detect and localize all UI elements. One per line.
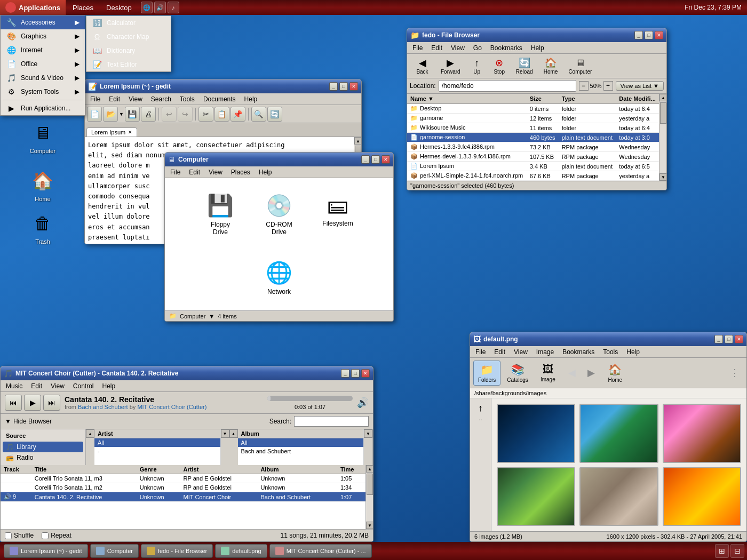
thumb-3[interactable] (663, 404, 741, 462)
computer-close[interactable]: ✕ (382, 155, 390, 164)
menu-item-graphics[interactable]: 🎨 Graphics ▶ (1, 29, 85, 43)
extra-btn[interactable]: ⋮ (726, 359, 743, 386)
submenu-dictionary[interactable]: 📖 Dictionary (86, 44, 171, 58)
taskbar-btn-filebrowser[interactable]: fedo - File Browser (141, 544, 213, 558)
file-name-cell[interactable]: 📦Hermes-devel-1.3.3-9.fc4.i386.rpm (407, 152, 527, 162)
gedit-replace-btn[interactable]: 🔄 (267, 107, 282, 122)
cdrom-icon-item[interactable]: 💿 CD-ROM Drive (258, 189, 300, 240)
thumb-5[interactable] (579, 467, 658, 526)
alb-scroll-up-btn[interactable]: ▲ (229, 429, 238, 438)
floppy-icon-item[interactable]: 💾 Floppy Drive (199, 189, 242, 240)
top-icon-3[interactable]: ♪ (168, 2, 179, 13)
file-name-cell[interactable]: 📁garnome (407, 114, 527, 123)
art-scroll-down-btn[interactable]: ▼ (221, 429, 229, 438)
menu-item-office[interactable]: 📄 Office ▶ (1, 57, 85, 71)
catalogs-btn[interactable]: 📚 Catalogs (503, 361, 532, 385)
gedit-open-arrow[interactable]: ▼ (119, 111, 124, 117)
fb-scroll-thumb[interactable] (660, 102, 666, 124)
player-menu-help[interactable]: Help (98, 380, 120, 392)
player-maximize[interactable]: □ (351, 369, 360, 378)
fb-forward-btn[interactable]: ▶ Forward (436, 56, 465, 76)
source-item-library[interactable]: 🎵 Library (3, 442, 83, 452)
network-icon-item[interactable]: 🌐 Network (258, 256, 300, 300)
comp-menu-file[interactable]: File (166, 166, 185, 178)
folders-btn[interactable]: 📁 Folders (473, 361, 500, 386)
submenu-calculator[interactable]: 🔢 Calculator (86, 16, 171, 30)
desktop-icon-home[interactable]: 🏠 Home (21, 165, 64, 205)
submenu-charmap[interactable]: Ω Character Map (86, 30, 171, 44)
gedit-redo-btn[interactable]: ↪ (178, 107, 193, 122)
viewer-close[interactable]: ✕ (735, 335, 743, 343)
computer-minimize[interactable]: _ (361, 155, 370, 164)
progress-bar[interactable] (267, 396, 353, 401)
fb-home-btn[interactable]: 🏠 Home (539, 56, 562, 76)
menu-item-sound-video[interactable]: 🎵 Sound & Video ▶ (1, 71, 85, 85)
fb-scroll-up[interactable]: ▲ (659, 94, 666, 101)
viewer-menu-view[interactable]: View (510, 346, 532, 358)
view-as-list-btn[interactable]: View as List ▼ (616, 81, 664, 91)
viewer-menu-tools[interactable]: Tools (599, 346, 622, 358)
album-link[interactable]: Bach and Schubert (78, 404, 128, 410)
zoom-in-btn[interactable]: + (603, 81, 613, 91)
artist-all[interactable]: All (94, 438, 220, 447)
fb-scroll-track[interactable] (659, 101, 666, 173)
art-scroll-up-btn[interactable]: ▲ (86, 429, 94, 438)
menu-item-run-app[interactable]: ▶ Run Application... (1, 101, 85, 115)
gedit-find-btn[interactable]: 🔍 (251, 107, 266, 122)
gedit-menu-documents[interactable]: Documents (199, 93, 240, 105)
location-input[interactable] (439, 80, 576, 92)
zoom-out-btn[interactable]: − (579, 81, 589, 91)
thumb-2[interactable] (579, 404, 658, 462)
gedit-menu-search[interactable]: Search (147, 93, 176, 105)
gedit-minimize[interactable]: _ (329, 82, 338, 91)
play-btn[interactable]: ▶ (24, 395, 41, 411)
viewer-menu-file[interactable]: File (471, 346, 490, 358)
fb-scrollbar[interactable]: ▲ ▼ (659, 94, 666, 181)
source-item-radio[interactable]: 📻 Radio (3, 452, 83, 463)
gedit-menu-view[interactable]: View (124, 93, 147, 105)
fb-up-btn[interactable]: ↑ Up (467, 57, 487, 76)
album-bach[interactable]: Bach and Schubert (238, 447, 364, 455)
desktop-icon-trash[interactable]: 🗑 Trash (21, 208, 64, 247)
thumb-4[interactable] (497, 467, 575, 526)
gedit-menu-tools[interactable]: Tools (176, 93, 199, 105)
repeat-checkbox[interactable]: Repeat (42, 532, 71, 539)
thumb-1[interactable] (497, 404, 575, 462)
fb-menu-go[interactable]: Go (469, 42, 486, 54)
viewer-menu-image[interactable]: Image (532, 346, 558, 358)
player-close[interactable]: ✕ (361, 369, 370, 378)
fb-menu-view[interactable]: View (447, 42, 469, 54)
comp-menu-places[interactable]: Places (227, 166, 255, 178)
hide-browser-toggle[interactable]: ▼ Hide Browser (5, 418, 52, 425)
player-menu-music[interactable]: Music (2, 380, 27, 392)
viewer-titlebar[interactable]: 🖼 default.png _ □ ✕ (470, 332, 746, 346)
file-name-cell[interactable]: 📄Lorem Ipsum (407, 162, 527, 171)
comp-menu-edit[interactable]: Edit (185, 166, 204, 178)
alb-scroll-down-btn[interactable]: ▼ (364, 429, 372, 438)
fb-close[interactable]: ✕ (655, 31, 663, 39)
home-viewer-btn[interactable]: 🏠 Home (602, 361, 629, 385)
track-scrollbar[interactable]: ▲ ▼ (365, 465, 373, 529)
fb-computer-btn[interactable]: 🖥 Computer (564, 57, 596, 76)
file-name-cell[interactable]: 📁Desktop (407, 104, 527, 114)
parent-dir-btn[interactable]: ↑ (476, 401, 484, 415)
artist-dash[interactable]: - (94, 447, 220, 455)
menu-item-system-tools[interactable]: ⚙ System Tools ▶ (1, 85, 85, 99)
gedit-menu-file[interactable]: File (86, 93, 105, 105)
player-menu-edit[interactable]: Edit (27, 380, 46, 392)
thumb-6[interactable] (663, 467, 741, 526)
file-name-cell[interactable]: 📄garnome-session (407, 133, 527, 142)
fb-minimize[interactable]: _ (634, 31, 643, 39)
next-track-btn[interactable]: ⏭ (43, 395, 60, 411)
viewer-menu-bookmarks[interactable]: Bookmarks (558, 346, 599, 358)
gedit-print-btn[interactable]: 🖨 (141, 107, 156, 122)
file-name-cell[interactable]: 📦Hermes-1.3.3-9.fc4.i386.rpm (407, 142, 527, 152)
player-titlebar[interactable]: 🎵 MIT Concert Choir (Cutter) - Cantata 1… (1, 366, 373, 380)
comp-menu-help[interactable]: Help (255, 166, 276, 178)
submenu-text-editor[interactable]: 📝 Text Editor (86, 58, 171, 71)
file-name-cell[interactable]: 📁Wikisource Music (407, 123, 527, 133)
gedit-titlebar[interactable]: 📝 Lorem Ipsum (~) - gedit _ □ ✕ (85, 79, 361, 93)
viewer-menu-edit[interactable]: Edit (490, 346, 510, 358)
gedit-open-btn[interactable]: 📂 (103, 107, 118, 122)
track-title-cell[interactable]: Cantata 140. 2. Recitative (31, 492, 137, 502)
